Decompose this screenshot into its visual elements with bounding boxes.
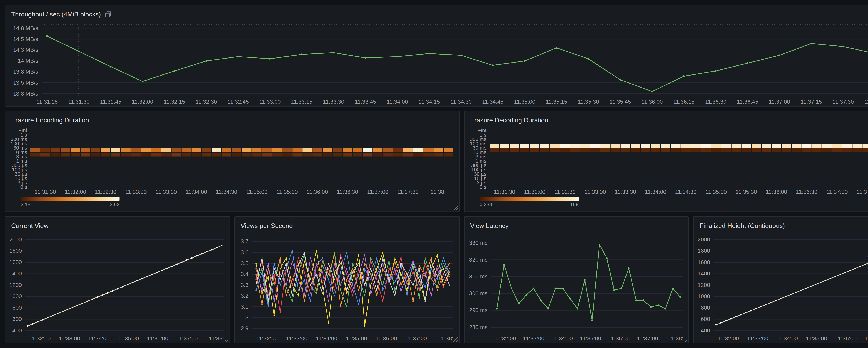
svg-text:3.1: 3.1 [241, 303, 248, 310]
svg-text:11:31:30: 11:31:30 [494, 189, 515, 195]
svg-text:11:32:00: 11:32:00 [65, 189, 86, 195]
panel-header[interactable]: Erasure Encoding Duration [5, 111, 459, 126]
panel-erasure-encoding: Erasure Encoding Duration 11:31:3011:32:… [5, 111, 460, 212]
svg-text:0 s: 0 s [21, 184, 27, 190]
svg-text:13.5 MB/s: 13.5 MB/s [13, 80, 38, 86]
svg-text:11:31:30: 11:31:30 [68, 99, 90, 105]
svg-text:11:36:30: 11:36:30 [796, 189, 817, 195]
svg-text:400: 400 [701, 327, 710, 334]
heatmap-legend-gradient [479, 197, 579, 201]
svg-text:14.3 MB/s: 14.3 MB/s [13, 47, 38, 53]
heatmap-legend: 3.18 3.62 [5, 196, 459, 211]
svg-text:11:33:15: 11:33:15 [291, 99, 312, 105]
svg-text:11:37:00: 11:37:00 [176, 335, 198, 342]
svg-text:11:34:00: 11:34:00 [88, 335, 110, 342]
panel-title: Current View [11, 222, 49, 229]
svg-text:11:35:00: 11:35:00 [246, 189, 268, 195]
svg-text:11:36:00: 11:36:00 [608, 335, 629, 342]
panel-header[interactable]: View Latency [464, 217, 688, 232]
encoding-heatmap[interactable]: 11:31:3011:32:0011:32:3011:33:0011:33:30… [8, 126, 457, 196]
svg-text:11:36:30: 11:36:30 [337, 189, 358, 195]
svg-text:14.8 MB/s: 14.8 MB/s [13, 25, 38, 31]
panel-current-view: Current View 11:32:0011:33:0011:34:0011:… [5, 216, 230, 344]
svg-text:2000: 2000 [9, 236, 22, 242]
views-per-second-chart[interactable]: 11:32:0011:33:0011:34:0011:35:0011:36:00… [237, 232, 457, 343]
svg-text:800: 800 [701, 304, 710, 311]
legend-min-value: 0.333 [479, 201, 492, 207]
svg-text:13.3 MB/s: 13.3 MB/s [13, 90, 38, 97]
panel-views-per-second: Views per Second 11:32:0011:33:0011:34:0… [234, 216, 460, 344]
svg-text:11:32:30: 11:32:30 [554, 189, 575, 195]
view-latency-chart[interactable]: 11:32:0011:33:0011:34:0011:35:0011:36:00… [467, 232, 686, 343]
svg-text:11:35:30: 11:35:30 [735, 189, 757, 195]
current-view-chart[interactable]: 11:32:0011:33:0011:34:0011:35:0011:36:00… [8, 232, 227, 343]
svg-text:11:34:45: 11:34:45 [482, 99, 503, 105]
svg-text:600: 600 [701, 316, 710, 322]
svg-text:290 ms: 290 ms [469, 307, 487, 313]
svg-text:11:35:30: 11:35:30 [578, 99, 599, 105]
svg-text:11:37:15: 11:37:15 [801, 99, 822, 105]
svg-text:11:37:00: 11:37:00 [769, 99, 790, 105]
panel-header[interactable]: Finalized Height (Contiguous) [694, 217, 868, 232]
svg-text:3.6: 3.6 [241, 249, 248, 256]
svg-text:3.2: 3.2 [241, 293, 248, 299]
heatmap-legend-gradient [21, 197, 120, 201]
svg-text:11:35:00: 11:35:00 [580, 335, 601, 342]
panel-header[interactable]: Views per Second [235, 217, 459, 232]
svg-text:11:36:00: 11:36:00 [147, 335, 168, 342]
heatmap-legend: 0.333 169 [464, 196, 868, 211]
svg-text:11:32:00: 11:32:00 [494, 335, 516, 342]
svg-text:280 ms: 280 ms [469, 324, 487, 330]
svg-text:11:36:30: 11:36:30 [705, 99, 726, 105]
panel-header[interactable]: Throughput / sec (4MiB blocks) [5, 5, 868, 21]
svg-text:11:37:00: 11:37:00 [405, 335, 427, 342]
panel-header[interactable]: Erasure Decoding Duration [464, 111, 868, 126]
svg-text:11:34:30: 11:34:30 [450, 99, 472, 105]
svg-text:11:33:00: 11:33:00 [286, 335, 307, 342]
svg-text:11:31:45: 11:31:45 [100, 99, 121, 105]
svg-text:1200: 1200 [9, 282, 22, 288]
legend-min-value: 3.18 [21, 201, 30, 207]
svg-text:11:34:00: 11:34:00 [186, 189, 207, 195]
svg-text:11:33:00: 11:33:00 [125, 189, 147, 195]
svg-text:11:32:30: 11:32:30 [196, 99, 217, 105]
svg-text:11:36:00: 11:36:00 [642, 99, 663, 105]
panel-copy-icon[interactable] [105, 11, 111, 17]
legend-max-value: 169 [570, 201, 579, 207]
svg-text:1000: 1000 [698, 293, 710, 299]
panel-header[interactable]: Current View [5, 217, 229, 232]
svg-text:11:36:00: 11:36:00 [375, 335, 397, 342]
svg-text:11:32:30: 11:32:30 [95, 189, 116, 195]
svg-text:11:35:00: 11:35:00 [118, 335, 139, 342]
svg-text:11:37:30: 11:37:30 [856, 189, 868, 195]
svg-text:3: 3 [245, 314, 248, 321]
panel-title: View Latency [470, 222, 508, 229]
svg-text:320 ms: 320 ms [469, 257, 487, 263]
svg-text:11:37:00: 11:37:00 [865, 335, 868, 342]
panel-title: Throughput / sec (4MiB blocks) [11, 10, 101, 18]
legend-max-value: 3.62 [110, 201, 119, 207]
svg-text:11:37:30: 11:37:30 [397, 189, 418, 195]
svg-text:11:34:00: 11:34:00 [386, 99, 408, 105]
svg-text:3.3: 3.3 [241, 282, 248, 288]
svg-text:11:34:00: 11:34:00 [645, 189, 666, 195]
panel-row-middle: Erasure Encoding Duration 11:31:3011:32:… [5, 111, 868, 212]
decoding-heatmap[interactable]: 11:31:3011:32:0011:32:3011:33:0011:33:30… [467, 126, 868, 196]
svg-text:1800: 1800 [9, 248, 22, 254]
throughput-chart[interactable]: 11:31:1511:31:3011:31:4511:32:0011:32:15… [8, 21, 868, 106]
svg-text:11:38:: 11:38: [431, 189, 446, 195]
svg-text:1400: 1400 [9, 270, 22, 277]
finalized-height-chart[interactable]: 11:32:0011:33:0011:34:0011:35:0011:36:00… [696, 232, 868, 343]
panel-title: Erasure Encoding Duration [11, 117, 89, 124]
panel-row-bottom: Current View 11:32:0011:33:0011:34:0011:… [5, 216, 868, 344]
dashboard-grid: Throughput / sec (4MiB blocks) 11:31:151… [0, 0, 868, 348]
heatmap-legend-labels: 3.18 3.62 [21, 201, 120, 207]
svg-text:11:34:00: 11:34:00 [316, 335, 337, 342]
svg-text:11:36:00: 11:36:00 [766, 189, 787, 195]
svg-text:1400: 1400 [698, 270, 710, 277]
svg-text:11:32:00: 11:32:00 [256, 335, 277, 342]
svg-text:13.8 MB/s: 13.8 MB/s [13, 68, 38, 75]
svg-text:11:32:00: 11:32:00 [524, 189, 545, 195]
svg-text:11:32:00: 11:32:00 [718, 335, 739, 342]
panel-title: Erasure Decoding Duration [470, 117, 548, 124]
